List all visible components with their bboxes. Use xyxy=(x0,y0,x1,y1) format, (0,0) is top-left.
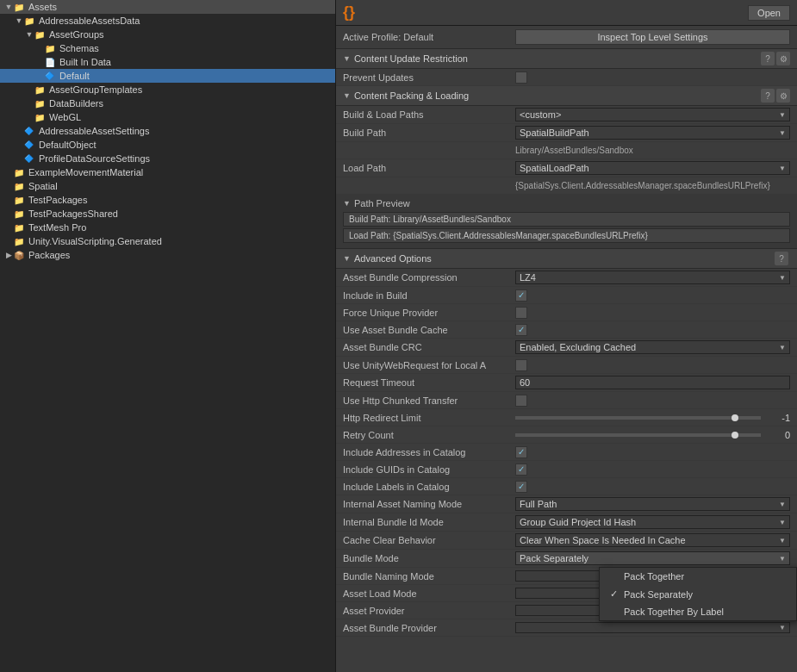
prevent-updates-label: Prevent Updates xyxy=(343,72,515,83)
folder-icon: 📁 xyxy=(14,166,26,178)
section-arrow: ▼ xyxy=(343,254,351,263)
build-load-paths-dropdown[interactable]: <custom> ▼ xyxy=(515,108,790,121)
tree-item-unity-visual-scripting-generated[interactable]: 📁Unity.VisualScripting.Generated xyxy=(0,234,335,248)
use-unity-web-request-checkbox[interactable] xyxy=(515,359,527,371)
load-path-row: Load Path SpatialLoadPath ▼ xyxy=(336,159,797,177)
cache-clear-dropdown[interactable]: Clear When Space Is Needed In Cache ▼ xyxy=(515,533,790,547)
internal-bundle-id-dropdown[interactable]: Group Guid Project Id Hash ▼ xyxy=(515,515,790,529)
asset-bundle-provider-label: Asset Bundle Provider xyxy=(343,623,515,633)
use-http-chunked-checkbox[interactable] xyxy=(515,395,527,407)
asset-bundle-crc-dropdown[interactable]: Enabled, Excluding Cached ▼ xyxy=(515,340,790,354)
folder-icon: 📁 xyxy=(34,97,47,109)
help-button[interactable]: ? xyxy=(761,89,775,103)
build-path-dropdown[interactable]: SpatialBuildPath ▼ xyxy=(515,126,790,140)
gear-button[interactable]: ⚙ xyxy=(776,52,790,65)
tree-item-test-packages[interactable]: 📁TestPackages xyxy=(0,193,335,207)
section-advanced[interactable]: ▼ Advanced Options ? xyxy=(336,249,797,269)
section-content-packing[interactable]: ▼ Content Packing & Loading ? ⚙ xyxy=(336,86,797,106)
section-content-update[interactable]: ▼ Content Update Restriction ? ⚙ xyxy=(336,49,797,69)
folder-icon: 📁 xyxy=(34,84,47,96)
help-button[interactable]: ? xyxy=(761,52,775,65)
tree-item-asset-group-templates[interactable]: 📁AssetGroupTemplates xyxy=(0,83,335,96)
folder-icon: 📁 xyxy=(24,15,36,27)
use-asset-bundle-cache-checkbox[interactable] xyxy=(515,324,527,336)
file-icon: 📄 xyxy=(45,56,57,68)
tree-item-label: ExampleMovementMaterial xyxy=(28,167,143,177)
include-labels-checkbox[interactable] xyxy=(515,481,527,493)
bundle-mode-label: Bundle Mode xyxy=(343,553,515,563)
popup-item[interactable]: Pack Together By Label xyxy=(600,603,796,620)
tree-item-label: AddressableAssetSettings xyxy=(39,126,149,136)
tree-item-schemas[interactable]: 📁Schemas xyxy=(0,41,335,55)
force-unique-provider-checkbox[interactable] xyxy=(515,307,527,319)
tree-item-built-in-data[interactable]: 📄Built In Data xyxy=(0,55,335,69)
retry-count-label: Retry Count xyxy=(343,430,515,440)
asset-bundle-crc-row: Asset Bundle CRC Enabled, Excluding Cach… xyxy=(336,339,797,357)
gear-button[interactable]: ⚙ xyxy=(776,89,790,103)
arrow-icon: ▼ xyxy=(3,3,14,11)
http-redirect-limit-row: Http Redirect Limit -1 xyxy=(336,409,797,426)
asset2-icon: 🔷 xyxy=(24,125,36,137)
tree-item-data-builders[interactable]: 📁DataBuilders xyxy=(0,96,335,110)
tree-item-webgl[interactable]: 📁WebGL xyxy=(0,110,335,124)
tree-item-default-object[interactable]: 🔷DefaultObject xyxy=(0,138,335,152)
asset-bundle-provider-dropdown[interactable]: ▼ xyxy=(515,622,790,633)
include-guids-checkbox[interactable] xyxy=(515,464,527,476)
tree-item-label: Default xyxy=(59,71,90,81)
tree-item-label: Built In Data xyxy=(59,57,111,67)
active-profile-label: Active Profile: Default xyxy=(343,32,515,42)
popup-item[interactable]: ✓Pack Separately xyxy=(600,585,796,603)
tree-item-label: TextMesh Pro xyxy=(28,222,86,233)
build-load-paths-label: Build & Load Paths xyxy=(343,109,515,120)
tree-item-label: Assets xyxy=(28,2,57,12)
bundle-mode-dropdown[interactable]: Pack Separately ▼ xyxy=(515,551,790,565)
load-path-preview-line: Load Path: {SpatialSys.Client.Addressabl… xyxy=(343,228,790,243)
asset2-icon: 🔷 xyxy=(24,152,36,165)
path-preview-title[interactable]: ▼ Path Preview xyxy=(343,198,790,208)
open-button[interactable]: Open xyxy=(748,5,790,21)
include-addresses-checkbox[interactable] xyxy=(515,446,527,458)
include-in-build-checkbox[interactable] xyxy=(515,289,527,302)
prevent-updates-checkbox[interactable] xyxy=(515,72,527,84)
popup-item[interactable]: Pack Together xyxy=(600,568,796,585)
section-title: Content Packing & Loading xyxy=(354,90,469,101)
include-in-build-label: Include in Build xyxy=(343,290,515,301)
tree-item-assets[interactable]: ▼📁Assets xyxy=(0,0,335,14)
tree-item-textmesh-pro[interactable]: 📁TextMesh Pro xyxy=(0,221,335,234)
tree-item-label: ProfileDataSourceSettings xyxy=(39,153,150,164)
top-bar: {} Open xyxy=(336,0,797,26)
request-timeout-row: Request Timeout xyxy=(336,374,797,392)
folder-icon: 📁 xyxy=(34,28,47,40)
asset-bundle-crc-label: Asset Bundle CRC xyxy=(343,342,515,352)
arrow-icon: ▼ xyxy=(343,199,351,208)
help-button[interactable]: ? xyxy=(775,252,788,265)
inspect-top-level-button[interactable]: Inspect Top Level Settings xyxy=(515,29,790,45)
tree-item-example-movement-material[interactable]: 📁ExampleMovementMaterial xyxy=(0,165,335,179)
tree-item-spatial[interactable]: 📁Spatial xyxy=(0,179,335,193)
tree-item-packages[interactable]: ▶📦Packages xyxy=(0,248,335,262)
retry-count-row: Retry Count 0 xyxy=(336,426,797,444)
retry-count-slider[interactable] xyxy=(515,433,761,437)
internal-asset-naming-dropdown[interactable]: Full Path ▼ xyxy=(515,497,790,511)
tree-item-addressable-asset-settings[interactable]: 🔷AddressableAssetSettings xyxy=(0,124,335,138)
folder-icon: 📁 xyxy=(14,235,26,247)
tree-item-label: AssetGroupTemplates xyxy=(49,84,142,95)
tree-item-default[interactable]: 🔷Default xyxy=(0,69,335,83)
asset-bundle-compression-dropdown[interactable]: LZ4 ▼ xyxy=(515,271,790,284)
asset-bundle-provider-row: Asset Bundle Provider ▼ xyxy=(336,619,797,637)
tree-item-addressable-assets-data[interactable]: ▼📁AddressableAssetsData xyxy=(0,14,335,28)
tree-item-label: Unity.VisualScripting.Generated xyxy=(28,236,162,246)
http-redirect-slider[interactable] xyxy=(515,416,761,420)
bundle-naming-label: Bundle Naming Mode xyxy=(343,571,515,582)
tree-item-profile-data-source-settings[interactable]: 🔷ProfileDataSourceSettings xyxy=(0,152,335,165)
asset2-icon: 🔷 xyxy=(24,139,36,151)
tree-item-asset-groups[interactable]: ▼📁AssetGroups xyxy=(0,28,335,41)
include-labels-row: Include Labels in Catalog xyxy=(336,478,797,495)
tree-item-label: Spatial xyxy=(28,181,58,191)
tree-item-test-packages-shared[interactable]: 📁TestPackagesShared xyxy=(0,207,335,221)
load-path-dropdown[interactable]: SpatialLoadPath ▼ xyxy=(515,161,790,175)
file-tree[interactable]: ▼📁Assets▼📁AddressableAssetsData▼📁AssetGr… xyxy=(0,0,336,672)
request-timeout-input[interactable] xyxy=(515,376,790,389)
http-redirect-slider-container: -1 xyxy=(515,413,790,423)
internal-bundle-id-label: Internal Bundle Id Mode xyxy=(343,517,515,527)
